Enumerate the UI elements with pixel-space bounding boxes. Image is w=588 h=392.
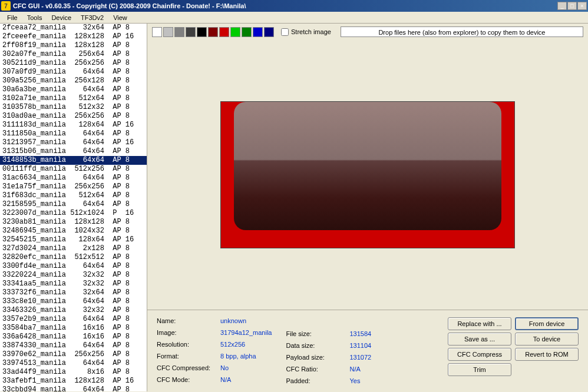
file-row[interactable]: 32158595_manila 64x64 AP 8 (0, 200, 147, 209)
close-button[interactable]: × (577, 2, 587, 10)
payload-value: 131072 (349, 354, 371, 361)
stretch-image-checkbox[interactable]: Stretch image (281, 28, 331, 36)
file-row[interactable]: 32820efc_manila 512x512 AP 8 (0, 253, 147, 262)
color-swatch-7[interactable] (230, 27, 240, 37)
cfc-comp-value: No (220, 364, 229, 371)
file-row[interactable]: 33974513_manila 64x64 AP 8 (0, 359, 147, 368)
file-row[interactable]: 310ad0ae_manila 256x256 AP 8 (0, 112, 147, 121)
titlebar-text: CFC GUI - v0.60.35 - Copyright (C) 2008-… (13, 2, 557, 9)
file-row[interactable]: 31e1a75f_manila 256x256 AP 8 (0, 182, 147, 191)
file-row[interactable]: 307a0fd9_manila 64x64 AP 8 (0, 68, 147, 77)
cfc-compress-button[interactable]: CFC Compress (448, 348, 511, 361)
cfc-comp-label: CFC Compressed: (157, 364, 216, 371)
menubar: FileToolsDeviceTF3Dv2View (0, 12, 588, 24)
cfc-mode-value: N/A (220, 376, 231, 383)
file-row[interactable]: 3102a71e_manila 512x64 AP 8 (0, 94, 147, 103)
file-row[interactable]: 3111183d_manila 128x64 AP 16 (0, 121, 147, 129)
file-list[interactable]: 2fceaa72_manila 32x64 AP 82fceeefe_manil… (0, 24, 147, 391)
file-row[interactable]: 2ff08f19_manila 128x128 AP 8 (0, 41, 147, 50)
color-swatch-3[interactable] (186, 27, 196, 37)
titlebar: 7 CFC GUI - v0.60.35 - Copyright (C) 200… (0, 0, 588, 12)
file-row[interactable]: 33220224_manila 32x32 AP 8 (0, 271, 147, 280)
menu-file[interactable]: File (2, 13, 22, 22)
file-row[interactable]: 327d3024_manila 2x128 AP 8 (0, 244, 147, 253)
to-device-button[interactable]: To device (515, 333, 579, 346)
resolution-value: 512x256 (220, 341, 245, 348)
file-row[interactable]: 33584ba7_manila 16x16 AP 8 (0, 324, 147, 333)
file-row[interactable]: 333732f6_manila 32x64 AP 8 (0, 288, 147, 297)
replace-button[interactable]: Replace with ... (448, 317, 511, 330)
file-row[interactable]: 33874330_manila 64x64 AP 8 (0, 341, 147, 350)
stretch-label: Stretch image (291, 28, 331, 35)
maximize-button[interactable]: □ (567, 2, 577, 10)
file-row[interactable]: 333c8e10_manila 64x64 AP 8 (0, 297, 147, 306)
menu-tools[interactable]: Tools (22, 13, 47, 22)
file-row[interactable]: 31315b06_manila 64x64 AP 8 (0, 147, 147, 156)
padded-value: Yes (349, 377, 360, 384)
menu-device[interactable]: Device (47, 13, 76, 22)
left-panel: 2fceaa72_manila 32x64 AP 82fceeefe_manil… (0, 24, 147, 391)
format-label: Format: (157, 353, 216, 360)
cfc-ratio-label: CFC Ratio: (286, 366, 345, 373)
cfc-ratio-value: N/A (349, 366, 360, 373)
file-row[interactable]: 30a6a3be_manila 64x64 AP 8 (0, 85, 147, 94)
datasize-value: 131104 (349, 342, 371, 349)
format-value: 8 bpp, alpha (220, 353, 256, 360)
file-row[interactable]: 3111850a_manila 64x64 AP 8 (0, 129, 147, 138)
file-row[interactable]: 31213957_manila 64x64 AP 16 (0, 138, 147, 147)
file-row[interactable]: 31f683dc_manila 512x64 AP 8 (0, 191, 147, 200)
toolbar: Stretch image Drop files here (also from… (147, 24, 588, 40)
from-device-button[interactable]: From device (515, 317, 579, 330)
preview-image (220, 101, 515, 248)
menu-view[interactable]: View (108, 13, 132, 22)
button-panel: Replace with ... From device Save as ...… (448, 317, 579, 384)
drop-zone[interactable]: Drop files here (also from explorer) to … (341, 26, 583, 37)
file-row[interactable]: 31ac6634_manila 64x64 AP 8 (0, 174, 147, 182)
right-panel: Stretch image Drop files here (also from… (147, 24, 588, 391)
file-row[interactable]: 2fceeefe_manila 128x128 AP 16 (0, 32, 147, 41)
file-row[interactable]: 309a5256_manila 256x128 AP 8 (0, 77, 147, 85)
trim-button[interactable]: Trim (448, 363, 511, 376)
color-swatch-6[interactable] (219, 27, 229, 37)
file-row[interactable]: 3230ab81_manila 128x128 AP 8 (0, 218, 147, 227)
file-row[interactable]: 3357e2b9_manila 64x64 AP 8 (0, 315, 147, 324)
image-label: Image: (157, 329, 216, 336)
file-row[interactable]: 336a6428_manila 16x16 AP 8 (0, 333, 147, 341)
file-row[interactable]: 00111ffd_manila 512x256 AP 8 (0, 165, 147, 174)
file-row[interactable]: 302a07fe_manila 256x64 AP 8 (0, 50, 147, 59)
color-swatch-5[interactable] (208, 27, 218, 37)
file-row[interactable]: 3103578b_manila 512x32 AP 8 (0, 103, 147, 112)
name-label: Name: (157, 317, 216, 324)
file-row[interactable]: 33463326_manila 32x32 AP 8 (0, 306, 147, 315)
file-row[interactable]: 33cbbd94_manila 64x64 AP 8 (0, 386, 147, 391)
file-row[interactable]: 305211d9_manila 256x256 AP 8 (0, 59, 147, 68)
color-swatch-8[interactable] (242, 27, 252, 37)
color-swatch-0[interactable] (152, 27, 162, 37)
color-swatch-10[interactable] (264, 27, 274, 37)
file-row[interactable]: 33ad44f9_manila 8x16 AP 8 (0, 368, 147, 377)
app-icon: 7 (1, 1, 11, 11)
file-row[interactable]: 33341aa5_manila 32x32 AP 8 (0, 280, 147, 288)
padded-label: Padded: (286, 377, 345, 384)
file-row[interactable]: 3300fd4e_manila 64x64 AP 8 (0, 262, 147, 271)
file-row[interactable]: 2fceaa72_manila 32x64 AP 8 (0, 24, 147, 32)
cfc-mode-label: CFC Mode: (157, 376, 216, 383)
file-row[interactable]: 3223007d_manila 512x1024 P 16 (0, 209, 147, 218)
file-row[interactable]: 32486945_manila 1024x32 AP 8 (0, 227, 147, 235)
save-as-button[interactable]: Save as ... (448, 333, 511, 346)
color-swatch-1[interactable] (163, 27, 173, 37)
color-swatch-4[interactable] (197, 27, 207, 37)
color-swatch-9[interactable] (253, 27, 263, 37)
payload-label: Payload size: (286, 354, 345, 361)
revert-button[interactable]: Revert to ROM (515, 348, 579, 361)
menu-tf3dv2[interactable]: TF3Dv2 (76, 13, 108, 22)
file-row[interactable]: 3148853b_manila 64x64 AP 8 (0, 156, 147, 165)
file-row[interactable]: 33970e62_manila 256x256 AP 8 (0, 350, 147, 359)
stretch-checkbox-input[interactable] (281, 28, 289, 36)
info-panel: Name:unknown Image:31794a12_manila Resol… (147, 310, 588, 391)
file-row[interactable]: 32545215_manila 128x64 AP 16 (0, 235, 147, 244)
color-swatch-2[interactable] (174, 27, 184, 37)
minimize-button[interactable]: _ (557, 2, 567, 10)
file-row[interactable]: 33afebf1_manila 128x128 AP 16 (0, 377, 147, 386)
preview-area (147, 40, 588, 310)
